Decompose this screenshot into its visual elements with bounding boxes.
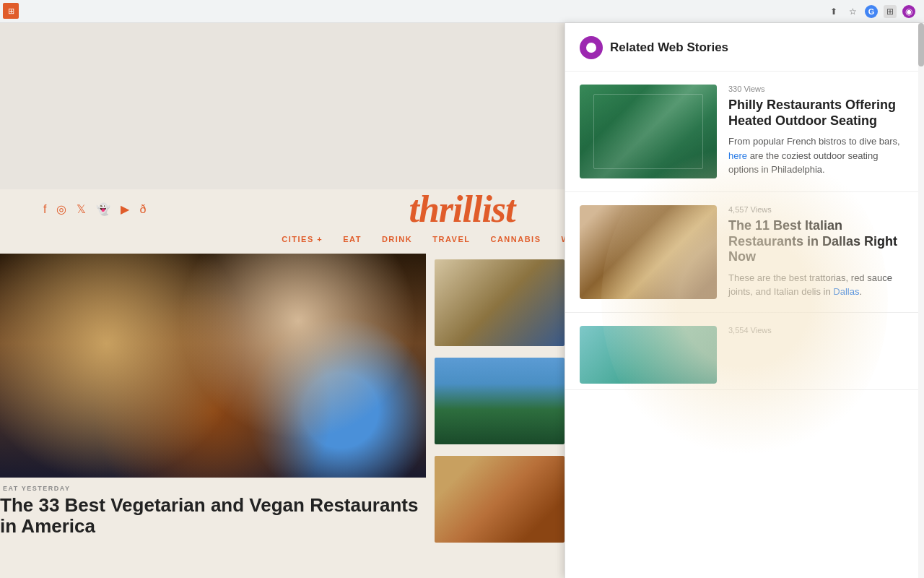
tiktok-icon[interactable]: ð bbox=[139, 203, 146, 216]
page-container: f ◎ 𝕏 👻 ▶ ð thrillist CITIES + EAT DRINK… bbox=[0, 23, 924, 578]
italian-story-thumb bbox=[580, 205, 717, 299]
philly-story-views: 330 Views bbox=[728, 85, 910, 93]
facebook-icon[interactable]: f bbox=[43, 203, 46, 216]
scroll-thumb[interactable] bbox=[918, 23, 924, 66]
philly-story-title[interactable]: Philly Restaurants Offering Heated Outdo… bbox=[728, 98, 910, 129]
nav-cities[interactable]: CITIES + bbox=[282, 235, 323, 243]
story-card-italian: 4,557 Views The 11 Best Italian Restaura… bbox=[565, 192, 924, 313]
snapchat-icon[interactable]: 👻 bbox=[96, 202, 110, 216]
dc-dumplings-image: ⊞ bbox=[435, 456, 565, 543]
right-article-1-thumb bbox=[435, 259, 565, 346]
hero-article-label: EATYESTERDAY bbox=[0, 485, 426, 492]
nav-eat[interactable]: EAT bbox=[343, 235, 362, 243]
hero-image[interactable] bbox=[0, 254, 426, 478]
extensions-icon[interactable]: ⊞ bbox=[884, 5, 897, 18]
social-icons: f ◎ 𝕏 👻 ▶ ð bbox=[43, 202, 146, 216]
nav-travel[interactable]: TRAVEL bbox=[432, 235, 470, 243]
popup-header-title: Related Web Stories bbox=[610, 40, 728, 55]
logo-container: thrillist bbox=[409, 188, 515, 230]
related-stories-panel: Related Web Stories 330 Views Philly Res… bbox=[565, 23, 924, 578]
popup-header: Related Web Stories bbox=[565, 23, 924, 72]
google-icon[interactable]: G bbox=[865, 5, 878, 18]
browser-toolbar: ⬆ ☆ G ⊞ ◉ bbox=[0, 0, 924, 23]
twitter-icon[interactable]: 𝕏 bbox=[77, 202, 86, 216]
site-logo[interactable]: thrillist bbox=[409, 188, 515, 230]
bookmark-icon[interactable]: ☆ bbox=[846, 5, 859, 18]
italian-image bbox=[580, 205, 717, 299]
mountain-article-thumb bbox=[435, 358, 565, 444]
hero-section: EATYESTERDAY The 33 Best Vegetarian and … bbox=[0, 254, 426, 548]
instagram-icon[interactable]: ◎ bbox=[56, 202, 66, 216]
nav-cannabis[interactable]: CANNABIS bbox=[490, 235, 541, 243]
popup-logo-circle bbox=[580, 36, 603, 59]
popup-logo-inner bbox=[586, 43, 596, 53]
food-collage-image bbox=[0, 254, 426, 478]
profile-icon[interactable]: ◉ bbox=[902, 5, 915, 18]
youtube-icon[interactable]: ▶ bbox=[121, 202, 129, 216]
mountain-image bbox=[435, 358, 565, 444]
hero-article-title[interactable]: The 33 Best Vegetarian and Vegan Restaur… bbox=[0, 495, 426, 536]
share-icon[interactable]: ⬆ bbox=[827, 5, 840, 18]
dc-article-thumb: ⊞ bbox=[435, 456, 565, 543]
scrollbar[interactable] bbox=[918, 23, 924, 578]
nav-drink[interactable]: DRINK bbox=[382, 235, 412, 243]
